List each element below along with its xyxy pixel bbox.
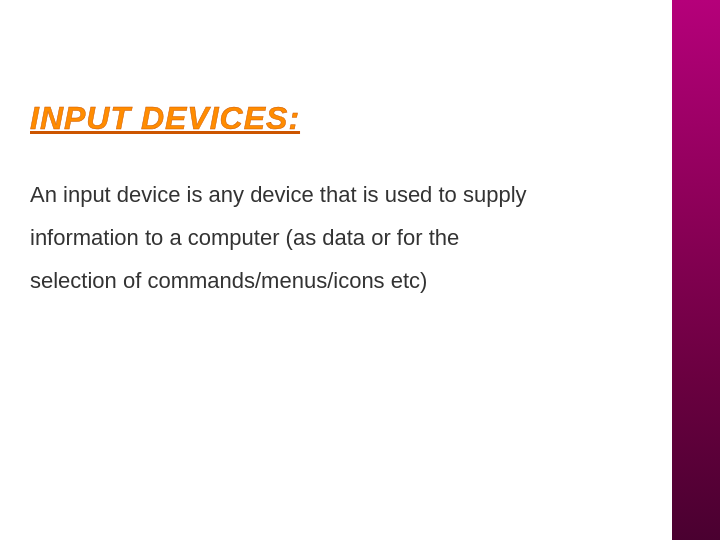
body-line-3: selection of commands/menus/icons etc): [30, 263, 660, 298]
decorative-bar: [672, 0, 720, 540]
body-line-2: information to a computer (as data or fo…: [30, 220, 660, 255]
body-text: An input device is any device that is us…: [30, 177, 660, 299]
slide-title: INPUT DEVICES:: [30, 100, 660, 137]
slide: INPUT DEVICES: An input device is any de…: [0, 0, 720, 540]
content-area: INPUT DEVICES: An input device is any de…: [30, 100, 660, 500]
body-line-1: An input device is any device that is us…: [30, 177, 660, 212]
